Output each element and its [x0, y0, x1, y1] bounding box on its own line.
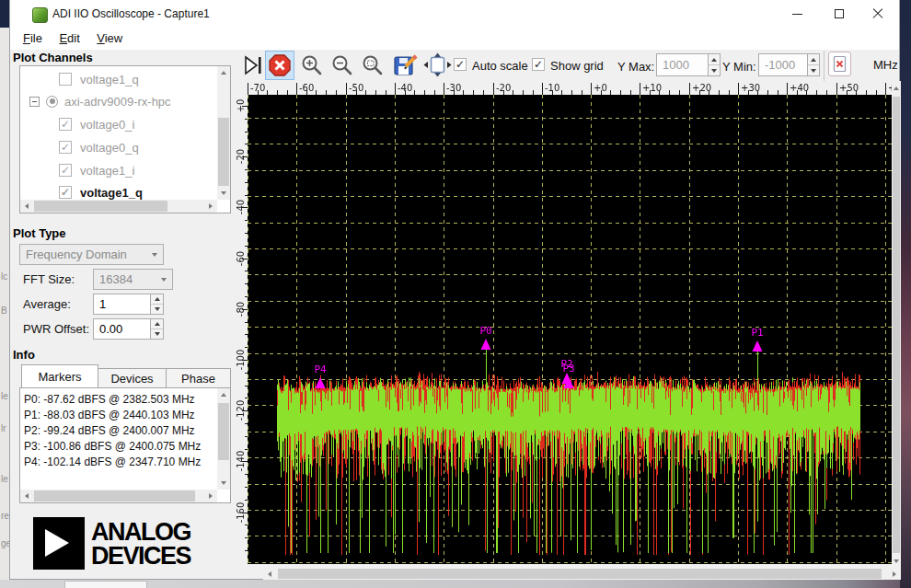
scrollbar-thumb[interactable] [218, 118, 229, 186]
channel-row-voltage1_q-other[interactable]: voltage1_q [22, 69, 231, 89]
scroll-down-button[interactable] [217, 187, 230, 200]
plot-type-heading: Plot Type [13, 226, 66, 240]
save-button[interactable] [392, 52, 418, 77]
marker-list-vscrollbar[interactable] [217, 388, 230, 490]
scroll-up-button[interactable] [217, 66, 230, 79]
checkbox-checked[interactable] [59, 141, 72, 154]
scrollbar-thumb[interactable] [34, 490, 195, 502]
show-grid-checkbox[interactable] [532, 58, 545, 71]
marker-readout-row[interactable]: P4: -102.14 dBFS @ 2347.710 MHz [24, 455, 217, 471]
frequency-unit-label: MHz [873, 58, 898, 72]
chevron-down-icon [152, 253, 157, 257]
channel-list: voltage1_q axi-adrv9009-rx-hpc voltage0_… [19, 65, 231, 213]
device-row-adrv9009[interactable]: axi-adrv9009-rx-hpc [22, 91, 225, 111]
menu-view[interactable]: View [97, 31, 122, 45]
scroll-left-button[interactable] [20, 200, 33, 213]
scroll-left-button[interactable] [20, 490, 33, 502]
auto-scale-checkbox[interactable] [454, 58, 467, 71]
fft-size-label: FFT Size: [23, 272, 75, 286]
scrollbar-thumb[interactable] [34, 201, 167, 212]
marker-readout-row[interactable]: P0: -87.62 dBFS @ 2382.503 MHz [24, 393, 217, 409]
plot-vscrollbar[interactable] [892, 82, 901, 568]
device-label: axi-adrv9009-rx-hpc [64, 95, 171, 109]
zoom-fit-button[interactable] [360, 52, 385, 77]
collapse-icon[interactable] [29, 97, 40, 107]
checkbox-checked[interactable] [59, 118, 72, 131]
y-min-label: Y Min: [722, 60, 756, 74]
menu-file[interactable]: File [23, 31, 42, 45]
menu-edit[interactable]: Edit [59, 31, 79, 45]
capture-play-button[interactable] [242, 52, 264, 78]
y-max-spinner[interactable] [709, 53, 721, 76]
show-grid-label: Show grid [550, 59, 604, 73]
scroll-right-button[interactable] [204, 490, 217, 502]
marker-readout-row[interactable]: P1: -88.03 dBFS @ 2440.103 MHz [24, 409, 217, 424]
desktop-corner [0, 0, 9, 28]
close-icon [871, 7, 884, 20]
y-min-spinner[interactable] [808, 53, 820, 76]
save-icon [393, 52, 418, 77]
pwr-offset-spinner[interactable] [151, 318, 164, 340]
scroll-right-button[interactable] [204, 200, 217, 213]
screen: lc B le lr le re ge ADI IIO Oscilloscope… [0, 0, 911, 588]
channel-list-hscrollbar[interactable] [20, 200, 217, 213]
maximize-icon [835, 9, 844, 18]
scrollbar-thumb[interactable] [278, 569, 882, 579]
fft-size-dropdown[interactable]: 16384 [93, 269, 173, 290]
background-text-fragment: lc [1, 271, 9, 282]
channel-row-voltage1_i[interactable]: voltage1_i [22, 160, 231, 180]
marker-readout-row[interactable]: P3: -100.86 dBFS @ 2400.075 MHz [24, 440, 217, 455]
tab-devices[interactable]: Devices [98, 368, 167, 388]
maximize-button[interactable] [818, 0, 860, 28]
average-label: Average: [23, 297, 71, 311]
title-bar[interactable]: ADI IIO Oscilloscope - Capture1 [10, 0, 899, 28]
scroll-down-button[interactable] [892, 555, 901, 568]
fit-window-icon [423, 52, 452, 77]
stop-button[interactable] [265, 51, 294, 80]
zoom-in-button[interactable] [299, 52, 324, 77]
tab-phase[interactable]: Phase [167, 368, 231, 388]
close-button[interactable] [857, 0, 899, 28]
analog-devices-logo-mark [33, 517, 85, 570]
channel-row-voltage0_q[interactable]: voltage0_q [22, 137, 231, 157]
average-spinner[interactable] [151, 294, 164, 315]
scroll-up-button[interactable] [217, 388, 230, 401]
channel-label: voltage1_q [80, 73, 139, 86]
logo-triangle-icon [45, 529, 69, 557]
checkbox-checked[interactable] [59, 186, 72, 199]
marker-readout-row[interactable]: P2: -99.24 dBFS @ 2400.007 MHz [24, 424, 217, 440]
y-max-input[interactable]: 1000 [656, 53, 709, 76]
play-icon [243, 53, 263, 77]
scroll-right-button[interactable] [888, 568, 901, 580]
scrollbar-thumb[interactable] [218, 403, 229, 460]
plot-channels-heading: Plot Channels [13, 51, 93, 64]
zoom-out-button[interactable] [329, 52, 354, 77]
scroll-left-button[interactable] [263, 568, 276, 580]
spectrum-canvas[interactable] [248, 95, 892, 564]
channel-label: voltage0_i [80, 118, 134, 132]
pwr-offset-input[interactable]: 0.00 [93, 318, 151, 340]
scroll-down-button[interactable] [217, 477, 230, 490]
app-icon [32, 7, 48, 23]
y-max-label: Y Max: [617, 60, 654, 74]
channel-list-vscrollbar[interactable] [217, 66, 230, 200]
background-text-fragment: le [1, 474, 9, 484]
marker-list-hscrollbar[interactable] [20, 490, 217, 502]
new-capture-window-button[interactable] [828, 52, 851, 76]
plot-hscrollbar[interactable] [263, 568, 901, 580]
background-text-fragment: lr [1, 423, 9, 433]
channel-row-voltage0_i[interactable]: voltage0_i [22, 114, 231, 134]
app-window: ADI IIO Oscilloscope - Capture1 File Edi… [9, 0, 900, 580]
checkbox-checked[interactable] [59, 164, 72, 177]
fit-window-button[interactable] [422, 52, 452, 77]
tab-markers[interactable]: Markers [21, 364, 98, 388]
scrollbar-thumb[interactable] [893, 97, 900, 553]
average-input[interactable]: 1 [93, 294, 151, 315]
scroll-up-button[interactable] [892, 82, 901, 95]
checkbox-unchecked[interactable] [59, 73, 72, 86]
plot-type-value: Frequency Domain [26, 248, 127, 261]
minimize-button[interactable] [776, 0, 818, 28]
plot-type-dropdown[interactable]: Frequency Domain [19, 244, 164, 265]
device-radio[interactable] [46, 96, 58, 108]
y-min-input[interactable]: -1000 [758, 53, 808, 76]
